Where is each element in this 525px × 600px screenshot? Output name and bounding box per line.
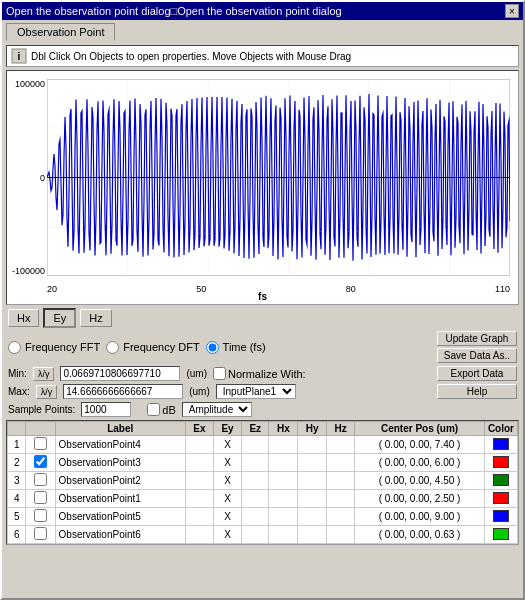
time-radio-group: Time (fs) <box>206 341 266 354</box>
col-header-center: Center Pos (um) <box>355 422 485 436</box>
row-checkbox-cell[interactable] <box>26 436 55 454</box>
color-swatch <box>493 438 509 450</box>
hz-button[interactable]: Hz <box>80 309 111 327</box>
row-hx <box>269 508 298 526</box>
row-center: ( 0.00, 0.00, 6.00 ) <box>355 454 485 472</box>
color-swatch <box>493 474 509 486</box>
help-button[interactable]: Help <box>437 384 517 399</box>
row-checkbox-cell[interactable] <box>26 490 55 508</box>
row-hx <box>269 526 298 544</box>
row-ex <box>185 526 213 544</box>
instruction-text: Dbl Click On Objects to open properties.… <box>31 51 351 62</box>
waveform-canvas <box>47 79 510 276</box>
row-checkbox-cell[interactable] <box>26 526 55 544</box>
row-hx <box>269 472 298 490</box>
normalize-label: Normalize With: <box>228 368 306 380</box>
row-hx <box>269 436 298 454</box>
amplitude-select[interactable]: Amplitude <box>182 402 252 417</box>
row-checkbox-cell[interactable] <box>26 454 55 472</box>
row-ex <box>185 508 213 526</box>
col-header-color: Color <box>484 422 517 436</box>
row-num: 4 <box>8 490 26 508</box>
ey-button[interactable]: Ey <box>43 308 76 328</box>
row-hx <box>269 490 298 508</box>
time-radio[interactable] <box>206 341 219 354</box>
max-label: Max: <box>8 386 30 397</box>
freq-fft-radio-group: Frequency FFT <box>8 341 100 354</box>
table-row: 3 ObservationPoint2 X ( 0.00, 0.00, 4.50… <box>8 472 518 490</box>
row-hy <box>298 526 327 544</box>
sample-value-input[interactable] <box>81 402 131 417</box>
row-checkbox[interactable] <box>34 473 47 486</box>
db-checkbox[interactable] <box>147 403 160 416</box>
y-label-bottom: -100000 <box>12 266 45 276</box>
color-swatch <box>493 492 509 504</box>
row-checkbox[interactable] <box>34 437 47 450</box>
db-checkbox-group: dB <box>147 403 175 416</box>
row-hx <box>269 454 298 472</box>
row-ez <box>242 526 269 544</box>
close-button[interactable]: × <box>505 4 519 18</box>
row-ex <box>185 454 213 472</box>
col-header-num <box>8 422 26 436</box>
info-icon: i <box>11 48 27 64</box>
row-ey: X <box>214 508 242 526</box>
row-hz <box>327 472 355 490</box>
options-row3: Max: λ/γ (um) InputPlane1 Help <box>8 384 517 399</box>
row-color-cell <box>484 526 517 544</box>
row-checkbox[interactable] <box>34 509 47 522</box>
options-row4: Sample Points: dB Amplitude <box>8 402 517 417</box>
table-row: 5 ObservationPoint5 X ( 0.00, 0.00, 9.00… <box>8 508 518 526</box>
row-checkbox-cell[interactable] <box>26 472 55 490</box>
export-data-button[interactable]: Export Data <box>437 366 517 381</box>
sample-label: Sample Points: <box>8 404 75 415</box>
x-label-1: 20 <box>47 284 57 294</box>
observation-point-tab[interactable]: Observation Point <box>6 23 115 41</box>
col-header-ez: Ez <box>242 422 269 436</box>
freq-fft-radio[interactable] <box>8 341 21 354</box>
mode-buttons-row: Hx Ey Hz <box>6 308 519 328</box>
color-swatch <box>493 528 509 540</box>
row-num: 3 <box>8 472 26 490</box>
window-title: Open the observation point dialog□Open t… <box>6 5 342 17</box>
row-color-cell <box>484 454 517 472</box>
normalize-select[interactable]: InputPlane1 <box>216 384 296 399</box>
table-row: 1 ObservationPoint4 X ( 0.00, 0.00, 7.40… <box>8 436 518 454</box>
row-checkbox[interactable] <box>34 527 47 540</box>
col-header-check <box>26 422 55 436</box>
freq-dft-radio[interactable] <box>106 341 119 354</box>
row-hy <box>298 436 327 454</box>
row-ez <box>242 472 269 490</box>
row-num: 5 <box>8 508 26 526</box>
hx-button[interactable]: Hx <box>8 309 39 327</box>
row-hz <box>327 508 355 526</box>
min-lambda-button[interactable]: λ/γ <box>33 367 55 381</box>
chart-container: 100000 0 -100000 <box>6 70 519 305</box>
col-header-hz: Hz <box>327 422 355 436</box>
normalize-checkbox[interactable] <box>213 367 226 380</box>
row-center: ( 0.00, 0.00, 2.50 ) <box>355 490 485 508</box>
y-label-zero: 0 <box>40 173 45 183</box>
table-row: 6 ObservationPoint6 X ( 0.00, 0.00, 0.63… <box>8 526 518 544</box>
save-data-button[interactable]: Save Data As.. <box>437 348 517 363</box>
row-ey: X <box>214 490 242 508</box>
row-ey: X <box>214 454 242 472</box>
row-ey: X <box>214 472 242 490</box>
x-axis: 20 50 80 110 <box>47 284 510 294</box>
update-graph-button[interactable]: Update Graph <box>437 331 517 346</box>
row-checkbox[interactable] <box>34 491 47 504</box>
min-label: Min: <box>8 368 27 379</box>
row-checkbox[interactable] <box>34 455 47 468</box>
color-swatch <box>493 456 509 468</box>
row-checkbox-cell[interactable] <box>26 508 55 526</box>
title-bar: Open the observation point dialog□Open t… <box>2 2 523 20</box>
max-lambda-button[interactable]: λ/γ <box>36 385 58 399</box>
row-label: ObservationPoint5 <box>55 508 185 526</box>
x-axis-title: fs <box>258 291 267 302</box>
row-ez <box>242 436 269 454</box>
row-label: ObservationPoint6 <box>55 526 185 544</box>
time-label: Time (fs) <box>223 341 266 353</box>
col-header-hy: Hy <box>298 422 327 436</box>
min-value-input[interactable] <box>60 366 180 381</box>
max-value-input[interactable] <box>63 384 183 399</box>
